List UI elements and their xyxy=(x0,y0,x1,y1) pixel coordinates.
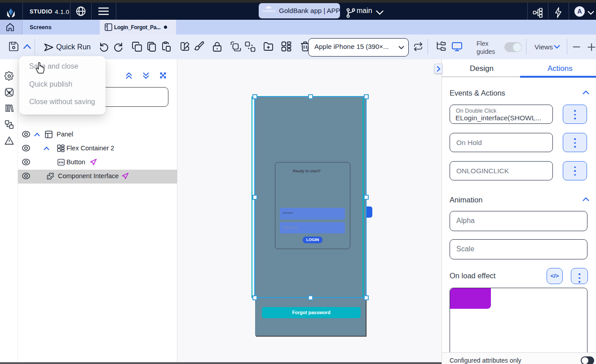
svg-text:BTN: BTN xyxy=(59,161,64,164)
